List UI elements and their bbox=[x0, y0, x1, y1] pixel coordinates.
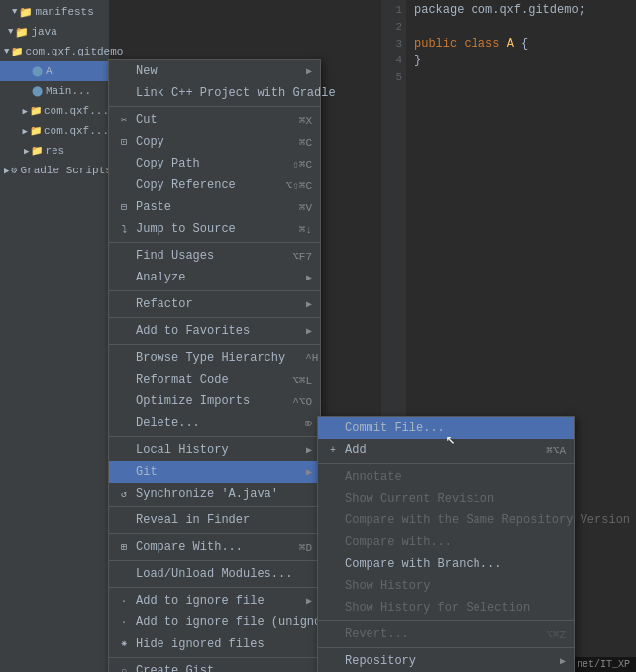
copy-path-icon bbox=[117, 157, 131, 170]
shortcut: ⌘⌥A bbox=[546, 444, 566, 457]
paste-icon: ⊟ bbox=[117, 200, 131, 214]
menu-item-reformat[interactable]: Reformat Code ⌥⌘L bbox=[109, 369, 320, 391]
menu-item-git[interactable]: Git ▶ bbox=[109, 461, 320, 483]
menu-item-new[interactable]: New ▶ bbox=[109, 60, 320, 82]
menu-item-browse-hierarchy[interactable]: Browse Type Hierarchy ^H bbox=[109, 347, 320, 369]
menu-item-paste[interactable]: ⊟ Paste ⌘V bbox=[109, 196, 320, 218]
menu-item-create-gist[interactable]: ○ Create Gist... bbox=[109, 660, 320, 672]
tree-item-A[interactable]: ⬤ A bbox=[0, 61, 109, 81]
git-revert[interactable]: Revert... ⌥⌘Z bbox=[318, 623, 574, 645]
shortcut: ^H bbox=[305, 352, 318, 364]
menu-item-load-unload[interactable]: Load/Unload Modules... bbox=[109, 563, 320, 585]
gradle-icon: ⚙ bbox=[11, 165, 17, 176]
expand-arrow: ▶ bbox=[23, 126, 28, 137]
menu-item-refactor[interactable]: Refactor ▶ bbox=[109, 293, 320, 315]
git-repository[interactable]: Repository ▶ bbox=[318, 650, 574, 672]
menu-item-add-favorites[interactable]: Add to Favorites ▶ bbox=[109, 320, 320, 342]
java-icon: ⬤ bbox=[32, 65, 43, 77]
compare-repo-icon bbox=[326, 513, 340, 527]
add-icon: + bbox=[326, 443, 340, 457]
shortcut: ⌘V bbox=[299, 201, 312, 214]
menu-item-add-ignore[interactable]: · Add to ignore file ▶ bbox=[109, 590, 320, 612]
tree-item-res[interactable]: ▶ 📁 res bbox=[0, 141, 109, 161]
line-num-2: 2 bbox=[381, 19, 402, 36]
separator bbox=[318, 620, 574, 621]
submenu-arrow: ▶ bbox=[306, 65, 312, 77]
folder-icon: 📁 bbox=[31, 145, 43, 157]
tree-item-main[interactable]: ⬤ Main... bbox=[0, 81, 109, 101]
annotate-icon bbox=[326, 470, 340, 484]
menu-item-reveal-finder[interactable]: Reveal in Finder bbox=[109, 509, 320, 531]
git-show-history[interactable]: Show History bbox=[318, 575, 574, 597]
menu-item-delete[interactable]: Delete... ⌦ bbox=[109, 412, 320, 434]
code-line-3: public class A { bbox=[414, 36, 636, 53]
separator bbox=[109, 242, 320, 243]
separator bbox=[318, 463, 574, 464]
cut-icon: ✂ bbox=[117, 113, 131, 127]
menu-item-local-history[interactable]: Local History ▶ bbox=[109, 439, 320, 461]
commit-icon bbox=[326, 421, 340, 435]
menu-item-copy-path[interactable]: Copy Path ⇧⌘C bbox=[109, 153, 320, 174]
revert-icon bbox=[326, 627, 340, 641]
submenu-arrow: ▶ bbox=[306, 325, 312, 337]
menu-item-copy[interactable]: ⊡ Copy ⌘C bbox=[109, 131, 320, 153]
git-compare-with[interactable]: Compare with... bbox=[318, 531, 574, 553]
menu-item-analyze[interactable]: Analyze ▶ bbox=[109, 267, 320, 288]
code-line-4: } bbox=[414, 53, 636, 69]
git-commit-file[interactable]: Commit File... bbox=[318, 417, 574, 439]
favorites-icon bbox=[117, 324, 131, 338]
menu-item-link-cpp[interactable]: Link C++ Project with Gradle bbox=[109, 82, 320, 104]
separator bbox=[109, 533, 320, 534]
menu-item-hide-ignored[interactable]: ⁕ Hide ignored files bbox=[109, 633, 320, 655]
analyze-icon bbox=[117, 271, 131, 284]
folder-icon: 📁 bbox=[15, 26, 29, 39]
tree-item-qxf1[interactable]: ▶ 📁 com.qxf... bbox=[0, 101, 109, 121]
git-compare-branch[interactable]: Compare with Branch... bbox=[318, 553, 574, 575]
submenu-arrow: ▶ bbox=[306, 595, 312, 607]
expand-arrow: ▼ bbox=[4, 47, 9, 56]
find-icon bbox=[117, 249, 131, 263]
code-line-1: package com.qxf.gitdemo; bbox=[414, 2, 636, 19]
show-history-sel-icon bbox=[326, 601, 340, 615]
tree-label: com.qxf... bbox=[44, 125, 109, 137]
gist-icon: ○ bbox=[117, 664, 131, 672]
menu-item-jump-to-source[interactable]: ⤵ Jump to Source ⌘↓ bbox=[109, 218, 320, 240]
menu-item-synchronize[interactable]: ↺ Synchronize 'A.java' bbox=[109, 483, 320, 504]
menu-item-compare-with[interactable]: ⊞ Compare With... ⌘D bbox=[109, 536, 320, 558]
tree-item-gradle[interactable]: ▶ ⚙ Gradle Scripts bbox=[0, 161, 109, 180]
git-show-history-selection[interactable]: Show History for Selection bbox=[318, 597, 574, 618]
reformat-icon bbox=[117, 373, 131, 387]
tree-label: com.qxf... bbox=[44, 105, 109, 117]
folder-icon: 📁 bbox=[19, 6, 33, 19]
separator bbox=[109, 106, 320, 107]
copy-icon: ⊡ bbox=[117, 135, 131, 149]
shortcut: ⌘D bbox=[299, 541, 312, 554]
menu-item-cut[interactable]: ✂ Cut ⌘X bbox=[109, 109, 320, 131]
submenu-arrow: ▶ bbox=[306, 298, 312, 310]
git-compare-repo[interactable]: Compare with the Same Repository Version bbox=[318, 509, 574, 531]
separator bbox=[109, 317, 320, 318]
tree-item-java[interactable]: ▼ 📁 java bbox=[0, 22, 109, 42]
line-num-1: 1 bbox=[381, 2, 402, 19]
new-icon bbox=[117, 64, 131, 78]
expand-arrow: ▶ bbox=[4, 166, 9, 176]
tree-item-gitdemo[interactable]: ▼ 📁 com.qxf.gitdemo bbox=[0, 42, 109, 61]
hierarchy-icon bbox=[117, 351, 131, 365]
menu-item-optimize-imports[interactable]: Optimize Imports ^⌥O bbox=[109, 391, 320, 412]
git-annotate[interactable]: Annotate bbox=[318, 466, 574, 488]
revision-icon bbox=[326, 492, 340, 505]
compare-icon: ⊞ bbox=[117, 540, 131, 554]
copy-ref-icon bbox=[117, 178, 131, 192]
menu-item-add-unignore[interactable]: · Add to ignore file (unignore) ▶ bbox=[109, 612, 320, 633]
cpp-icon bbox=[117, 86, 131, 100]
ignore-icon: · bbox=[117, 594, 131, 608]
git-add[interactable]: + Add ⌘⌥A bbox=[318, 439, 574, 461]
git-show-revision[interactable]: Show Current Revision bbox=[318, 488, 574, 509]
refactor-icon bbox=[117, 297, 131, 311]
tree-item-manifests[interactable]: ▼ 📁 manifests bbox=[0, 2, 109, 22]
tree-item-qxf2[interactable]: ▶ 📁 com.qxf... bbox=[0, 121, 109, 141]
menu-item-copy-ref[interactable]: Copy Reference ⌥⇧⌘C bbox=[109, 174, 320, 196]
tree-label: manifests bbox=[35, 6, 93, 18]
menu-item-find-usages[interactable]: Find Usages ⌥F7 bbox=[109, 245, 320, 267]
compare-with-icon bbox=[326, 535, 340, 549]
